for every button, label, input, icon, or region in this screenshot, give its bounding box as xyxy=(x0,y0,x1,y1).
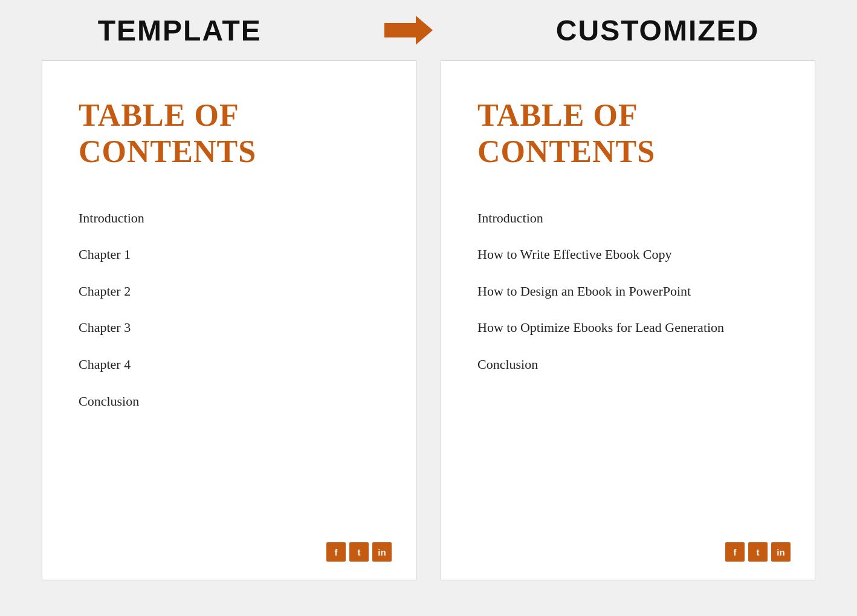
linkedin-icon: in xyxy=(372,542,392,562)
template-social-icons: f t in xyxy=(326,542,392,562)
top-labels-row: TEMPLATE CUSTOMIZED xyxy=(12,12,845,48)
template-toc-list: Introduction Chapter 1 Chapter 2 Chapter… xyxy=(79,200,380,420)
list-item: How to Optimize Ebooks for Lead Generati… xyxy=(477,310,778,346)
facebook-icon: f xyxy=(326,542,346,562)
customized-toc-list: Introduction How to Write Effective Eboo… xyxy=(477,200,778,383)
customized-label: CUSTOMIZED xyxy=(556,14,759,47)
list-item: Chapter 3 xyxy=(79,310,380,346)
facebook-icon: f xyxy=(725,542,745,562)
list-item: Introduction xyxy=(477,200,778,237)
template-toc-title: TABLE OF CONTENTS xyxy=(79,97,380,170)
customized-page: TABLE OF CONTENTS Introduction How to Wr… xyxy=(441,60,815,580)
arrow-container xyxy=(384,12,433,48)
list-item: Conclusion xyxy=(79,383,380,420)
list-item: Chapter 1 xyxy=(79,236,380,273)
twitter-icon: t xyxy=(748,542,768,562)
twitter-icon: t xyxy=(349,542,369,562)
template-label: TEMPLATE xyxy=(98,14,262,47)
list-item: Introduction xyxy=(79,200,380,237)
pages-row: TABLE OF CONTENTS Introduction Chapter 1… xyxy=(12,60,845,580)
arrow-icon xyxy=(384,12,433,48)
list-item: Chapter 2 xyxy=(79,273,380,310)
list-item: How to Design an Ebook in PowerPoint xyxy=(477,273,778,310)
linkedin-icon: in xyxy=(771,542,791,562)
svg-marker-0 xyxy=(384,16,433,45)
customized-social-icons: f t in xyxy=(725,542,791,562)
list-item: Conclusion xyxy=(477,346,778,383)
list-item: Chapter 4 xyxy=(79,346,380,383)
list-item: How to Write Effective Ebook Copy xyxy=(477,236,778,273)
customized-toc-title: TABLE OF CONTENTS xyxy=(477,97,778,170)
template-page: TABLE OF CONTENTS Introduction Chapter 1… xyxy=(42,60,416,580)
